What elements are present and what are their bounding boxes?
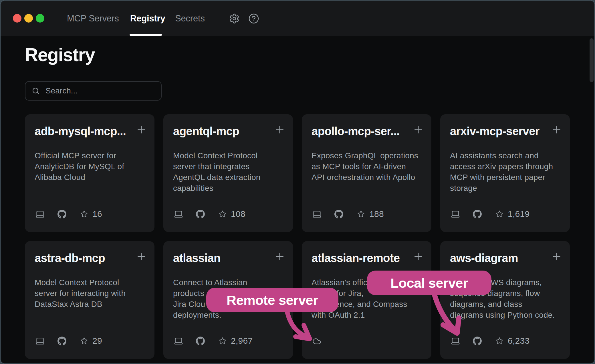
card-description: Model Context Protocol server that integ… <box>173 150 286 194</box>
card-footer: 108 <box>173 209 245 219</box>
app-window: MCP Servers Registry Secrets Registry <box>0 0 595 364</box>
card-title: arxiv-mcp-server <box>450 125 552 138</box>
add-server-button[interactable] <box>551 124 562 135</box>
server-card[interactable]: aws-diagram Generate AWS diagrams, seque… <box>440 241 570 359</box>
star-icon <box>495 337 503 345</box>
active-tab-underline <box>130 34 162 36</box>
page-title: Registry <box>25 44 95 65</box>
star-count: 16 <box>92 209 102 219</box>
add-server-button[interactable] <box>412 251 424 262</box>
server-card[interactable]: astra-db-mcp Model Context Protocol serv… <box>25 241 154 359</box>
search-box[interactable] <box>25 81 162 101</box>
card-description: Exposes GraphQL operations as MCP tools … <box>312 150 425 183</box>
tab-mcp-servers[interactable]: MCP Servers <box>67 1 119 36</box>
github-icon <box>57 210 66 219</box>
card-title: atlassian <box>173 251 275 265</box>
server-card[interactable]: atlassian-remote Atlassian's official MC… <box>302 241 431 359</box>
github-icon <box>334 210 343 219</box>
star-count: 6,233 <box>508 336 530 346</box>
laptop-icon <box>450 336 461 346</box>
star-rating: 1,619 <box>495 209 530 219</box>
star-rating: 108 <box>219 209 245 219</box>
titlebar: MCP Servers Registry Secrets <box>1 1 594 36</box>
laptop-icon <box>35 336 45 346</box>
server-card[interactable]: apollo-mcp-ser... Exposes GraphQL operat… <box>302 114 431 232</box>
star-rating: 2,967 <box>219 336 253 346</box>
card-description: Official MCP server for AnalyticDB for M… <box>35 150 148 183</box>
laptop-icon <box>35 209 45 219</box>
tab-secrets[interactable]: Secrets <box>175 1 205 36</box>
star-icon <box>219 210 227 218</box>
star-count: 2,967 <box>231 336 253 346</box>
card-description: Generate AWS diagrams, sequence diagrams… <box>450 277 563 321</box>
card-description: Atlassian's official MCP server for Jira… <box>312 277 425 321</box>
vertical-scrollbar-thumb[interactable] <box>590 38 594 82</box>
card-description: Connect to Atlassian products Jira Clou … <box>173 277 286 321</box>
laptop-icon <box>173 209 184 219</box>
card-footer: 16 <box>35 209 102 219</box>
card-footer <box>312 337 322 346</box>
star-icon <box>80 210 88 218</box>
card-footer: 29 <box>35 336 102 346</box>
star-icon <box>357 210 365 218</box>
server-card[interactable]: atlassian Connect to Atlassian products … <box>163 241 293 359</box>
star-rating: 16 <box>80 209 102 219</box>
server-card[interactable]: adb-mysql-mcp... Official MCP server for… <box>25 114 154 232</box>
card-title: adb-mysql-mcp... <box>35 125 136 138</box>
server-card[interactable]: arxiv-mcp-server AI assistants search an… <box>440 114 570 232</box>
minimize-window-button[interactable] <box>24 14 33 23</box>
card-title: agentql-mcp <box>173 125 275 138</box>
card-footer: 1,619 <box>450 209 530 219</box>
star-count: 29 <box>92 336 102 346</box>
star-count: 108 <box>231 209 245 219</box>
card-description: AI assistants search and access arXiv pa… <box>450 150 563 194</box>
github-icon <box>196 210 205 219</box>
github-icon <box>473 337 482 345</box>
card-title: astra-db-mcp <box>35 251 136 265</box>
search-icon <box>32 87 40 95</box>
settings-gear-icon[interactable] <box>229 13 240 24</box>
add-server-button[interactable] <box>551 251 562 262</box>
star-icon <box>80 337 88 345</box>
card-title: aws-diagram <box>450 251 552 265</box>
star-count: 1,619 <box>508 209 530 219</box>
card-title: apollo-mcp-ser... <box>312 125 413 138</box>
titlebar-divider <box>220 9 220 28</box>
github-icon <box>473 210 482 219</box>
star-count: 188 <box>369 209 384 219</box>
cloud-icon <box>312 337 322 346</box>
search-input[interactable] <box>45 86 154 96</box>
tab-registry[interactable]: Registry <box>130 1 165 36</box>
card-footer: 6,233 <box>450 336 530 346</box>
add-server-button[interactable] <box>136 251 147 262</box>
github-icon <box>196 337 205 345</box>
server-card[interactable]: agentql-mcp Model Context Protocol serve… <box>163 114 293 232</box>
add-server-button[interactable] <box>274 124 285 135</box>
card-title: atlassian-remote <box>312 251 413 265</box>
laptop-icon <box>450 209 461 219</box>
card-footer: 2,967 <box>173 336 253 346</box>
star-rating: 188 <box>357 209 384 219</box>
registry-page: Registry adb-mysql-mcp... Official MCP s… <box>1 37 594 363</box>
star-rating: 6,233 <box>495 336 530 346</box>
card-description: Model Context Protocol server for intera… <box>35 277 148 310</box>
add-server-button[interactable] <box>412 124 424 135</box>
star-rating: 29 <box>80 336 102 346</box>
add-server-button[interactable] <box>274 251 285 262</box>
star-icon <box>495 210 503 218</box>
zoom-window-button[interactable] <box>36 14 44 23</box>
card-grid: adb-mysql-mcp... Official MCP server for… <box>25 114 570 359</box>
help-icon[interactable] <box>248 13 259 24</box>
card-footer: 188 <box>312 209 384 219</box>
laptop-icon <box>173 336 184 346</box>
github-icon <box>57 337 66 345</box>
add-server-button[interactable] <box>136 124 147 135</box>
laptop-icon <box>312 209 322 219</box>
star-icon <box>219 337 227 345</box>
close-window-button[interactable] <box>13 14 21 23</box>
